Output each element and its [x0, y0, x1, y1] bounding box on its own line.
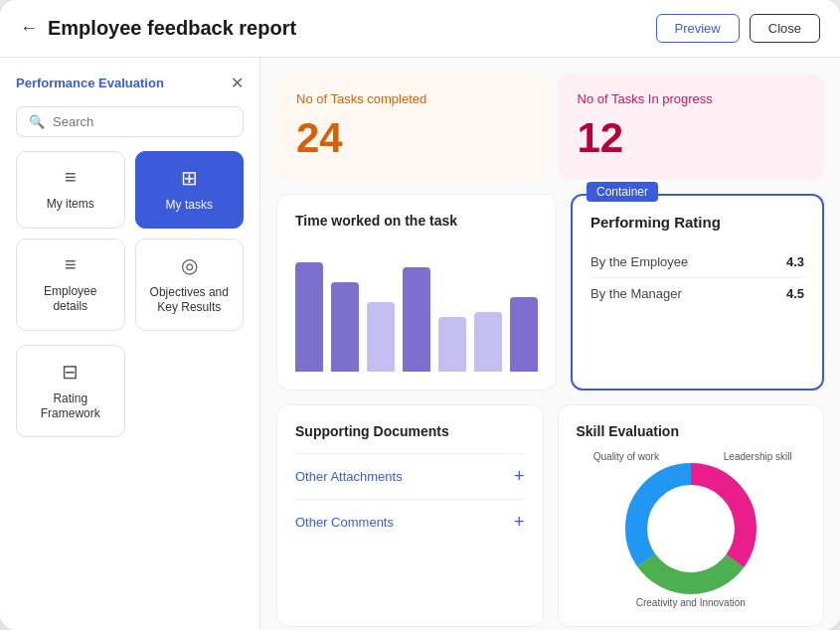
sidebar-item-objectives[interactable]: ◎ Objectives and Key Results [135, 238, 245, 331]
bar-chart [295, 242, 538, 372]
doc-comments-plus-icon[interactable]: + [514, 512, 525, 533]
top-cards: No of Tasks completed 24 No of Tasks In … [276, 74, 824, 180]
skill-evaluation-card: Skill Evaluation [558, 404, 825, 627]
middle-row: Time worked on the task Container Perfo [276, 194, 824, 391]
legend-leadership: Leadership skill [724, 451, 792, 462]
tasks-inprogress-value: 12 [578, 114, 805, 162]
legend-quality: Quality of work [593, 451, 659, 462]
bar-7 [510, 297, 538, 372]
rating-title: Performing Rating [590, 214, 804, 231]
app-window: ← Employee feedback report Preview Close… [0, 0, 840, 630]
back-button[interactable]: ← [20, 18, 38, 39]
sidebar-item-rating-framework[interactable]: ⊟ Rating Framework [16, 345, 125, 437]
bar-4 [403, 267, 430, 372]
sidebar: Performance Evaluation ✕ 🔍 ≡ My items ⊞ … [0, 58, 260, 630]
sidebar-item-employee-details[interactable]: ≡ Employee details [16, 238, 125, 331]
preview-button[interactable]: Preview [656, 14, 740, 43]
rating-row-employee: By the Employee 4.3 [590, 246, 804, 278]
doc-comments-label: Other Comments [295, 515, 394, 530]
tasks-completed-card: No of Tasks completed 24 [276, 74, 544, 180]
tasks-completed-label: No of Tasks completed [296, 91, 524, 106]
doc-attachments-label: Other Attachments [295, 469, 403, 484]
sidebar-item-label: My items [47, 197, 94, 213]
header: ← Employee feedback report Preview Close [0, 0, 840, 58]
tasks-inprogress-label: No of Tasks In progress [578, 91, 805, 106]
sidebar-item-label: My tasks [166, 198, 213, 214]
sidebar-item-label: Employee details [27, 284, 114, 315]
doc-attachments-row[interactable]: Other Attachments + [295, 453, 525, 499]
tasks-icon: ⊞ [181, 166, 198, 190]
bottom-row: Supporting Documents Other Attachments +… [276, 404, 824, 627]
doc-comments-row[interactable]: Other Comments + [295, 499, 525, 545]
tasks-completed-value: 24 [296, 114, 524, 162]
header-actions: Preview Close [656, 14, 821, 43]
rating-row-manager: By the Manager 4.5 [590, 278, 804, 309]
sidebar-close-icon[interactable]: ✕ [231, 74, 244, 92]
body: Performance Evaluation ✕ 🔍 ≡ My items ⊞ … [0, 58, 840, 630]
skill-title: Skill Evaluation [577, 423, 806, 439]
employee-icon: ≡ [65, 253, 77, 276]
list-icon: ≡ [65, 166, 77, 189]
rating-manager-value: 4.5 [786, 286, 804, 301]
sidebar-item-my-tasks[interactable]: ⊞ My tasks [135, 151, 245, 229]
main-content: No of Tasks completed 24 No of Tasks In … [260, 58, 840, 630]
chart-title: Time worked on the task [295, 213, 538, 229]
sidebar-item-label: Objectives and Key Results [146, 285, 234, 316]
page-title: Employee feedback report [48, 17, 296, 40]
sidebar-title: Performance Evaluation [16, 76, 164, 90]
rating-icon: ⊟ [62, 360, 79, 384]
header-left: ← Employee feedback report [20, 17, 296, 40]
performing-rating-card: Container Performing Rating By the Emplo… [571, 194, 824, 391]
sidebar-header: Performance Evaluation ✕ [16, 74, 244, 92]
sidebar-item-my-items[interactable]: ≡ My items [16, 151, 125, 229]
close-button[interactable]: Close [750, 14, 820, 43]
sidebar-item-label: Rating Framework [27, 392, 114, 422]
docs-title: Supporting Documents [295, 423, 525, 439]
time-chart-card: Time worked on the task [276, 194, 557, 391]
supporting-docs-card: Supporting Documents Other Attachments +… [276, 404, 544, 627]
bar-5 [438, 317, 466, 372]
tasks-inprogress-card: No of Tasks In progress 12 [558, 74, 825, 180]
rating-employee-value: 4.3 [786, 254, 804, 269]
nav-grid: ≡ My items ⊞ My tasks ≡ Employee details… [16, 151, 244, 331]
rating-manager-label: By the Manager [590, 286, 682, 301]
doc-attachments-plus-icon[interactable]: + [514, 466, 525, 487]
search-box[interactable]: 🔍 [16, 106, 244, 137]
legend-creativity: Creativity and Innovation [636, 597, 746, 608]
bar-6 [474, 312, 502, 372]
search-icon: 🔍 [29, 114, 45, 129]
donut-chart: Quality of work Leadership skill Creativ… [611, 449, 770, 608]
container-badge: Container [587, 182, 658, 202]
objectives-icon: ◎ [181, 253, 198, 277]
rating-employee-label: By the Employee [590, 254, 688, 269]
bar-2 [331, 282, 359, 372]
bar-3 [367, 302, 395, 372]
search-input[interactable] [53, 114, 231, 129]
bar-1 [295, 262, 323, 372]
